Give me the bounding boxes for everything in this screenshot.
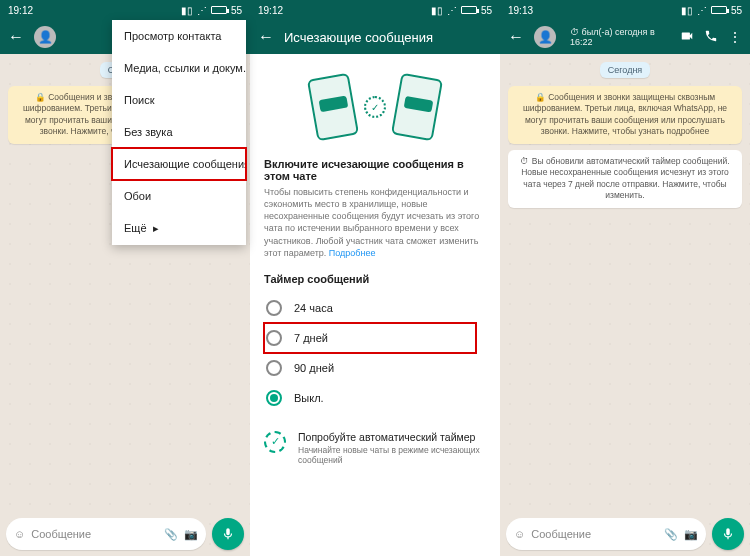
menu-item-more[interactable]: Ещё ▸ <box>112 212 246 245</box>
menu-item-wallpaper[interactable]: Обои <box>112 180 246 212</box>
wifi-icon: ⋰ <box>447 5 457 16</box>
status-time: 19:12 <box>258 5 431 16</box>
radio-label: 24 часа <box>294 302 333 314</box>
status-icons: ▮▯ ⋰ 55 <box>681 5 742 16</box>
battery-text: 55 <box>231 5 242 16</box>
radio-icon <box>266 300 282 316</box>
camera-icon[interactable]: 📷 <box>184 528 198 541</box>
timer-section-header: Таймер сообщений <box>264 273 486 285</box>
screen-chat-with-menu: 19:12 ▮▯ ⋰ 55 ← 👤 Сегодня 🔒 Сообщения и … <box>0 0 250 556</box>
timer-icon: ✓ <box>364 96 386 118</box>
input-bar: ☺ Сообщение 📎 📷 <box>506 518 744 550</box>
mic-button[interactable] <box>712 518 744 550</box>
last-seen: ⏱ был(-а) сегодня в 16:22 <box>570 27 670 47</box>
voice-call-icon[interactable] <box>704 29 718 46</box>
attach-icon[interactable]: 📎 <box>664 528 678 541</box>
input-bar: ☺ Сообщение 📎 📷 <box>6 518 244 550</box>
status-icons: ▮▯ ⋰ 55 <box>181 5 242 16</box>
battery-icon <box>711 6 727 14</box>
date-chip: Сегодня <box>600 62 651 78</box>
message-input[interactable]: ☺ Сообщение 📎 📷 <box>6 518 206 550</box>
attach-icon[interactable]: 📎 <box>164 528 178 541</box>
illustration: ✓ <box>264 72 486 142</box>
try-body: Начинайте новые чаты в режиме исчезающих… <box>298 445 486 465</box>
radio-label: 90 дней <box>294 362 334 374</box>
battery-icon <box>461 6 477 14</box>
phone-left-icon <box>307 73 359 141</box>
signal-icon: ▮▯ <box>681 5 693 16</box>
chat-background: Сегодня 🔒 Сообщения и звонки защищены ск… <box>500 54 750 556</box>
radio-24h[interactable]: 24 часа <box>264 293 486 323</box>
emoji-icon[interactable]: ☺ <box>514 528 525 540</box>
emoji-icon[interactable]: ☺ <box>14 528 25 540</box>
overflow-menu: Просмотр контакта Медиа, ссылки и докум.… <box>112 20 246 245</box>
menu-item-view-contact[interactable]: Просмотр контакта <box>112 20 246 52</box>
signal-icon: ▮▯ <box>181 5 193 16</box>
status-bar: 19:12 ▮▯ ⋰ 55 <box>0 0 250 20</box>
menu-item-media[interactable]: Медиа, ссылки и докум. <box>112 52 246 84</box>
back-icon[interactable]: ← <box>8 28 24 46</box>
app-bar: ← 👤 ⏱ был(-а) сегодня в 16:22 ⋮ <box>500 20 750 54</box>
status-time: 19:13 <box>508 5 681 16</box>
radio-icon <box>266 360 282 376</box>
status-icons: ▮▯ ⋰ 55 <box>431 5 492 16</box>
settings-content: ✓ Включите исчезающие сообщения в этом ч… <box>250 54 500 556</box>
phone-right-icon <box>391 73 443 141</box>
overflow-icon[interactable]: ⋮ <box>728 29 742 45</box>
radio-icon <box>266 390 282 406</box>
avatar[interactable]: 👤 <box>534 26 556 48</box>
screen-disappearing-settings: 19:12 ▮▯ ⋰ 55 ← Исчезающие сообщения ✓ В… <box>250 0 500 556</box>
radio-label: Выкл. <box>294 392 324 404</box>
encryption-notice[interactable]: 🔒 Сообщения и звонки защищены сквозным ш… <box>508 86 742 144</box>
page-title: Исчезающие сообщения <box>284 30 492 45</box>
avatar[interactable]: 👤 <box>34 26 56 48</box>
timer-update-notice[interactable]: ⏱ Вы обновили автоматический таймер сооб… <box>508 150 742 208</box>
menu-item-search[interactable]: Поиск <box>112 84 246 116</box>
camera-icon[interactable]: 📷 <box>684 528 698 541</box>
radio-off[interactable]: Выкл. <box>264 383 486 413</box>
status-bar: 19:13 ▮▯ ⋰ 55 <box>500 0 750 20</box>
radio-label: 7 дней <box>294 332 328 344</box>
menu-item-disappearing[interactable]: Исчезающие сообщения <box>112 148 246 180</box>
settings-body: Чтобы повысить степень конфиденциальност… <box>264 186 486 259</box>
mic-button[interactable] <box>212 518 244 550</box>
battery-text: 55 <box>481 5 492 16</box>
back-icon[interactable]: ← <box>258 28 274 46</box>
signal-icon: ▮▯ <box>431 5 443 16</box>
battery-icon <box>211 6 227 14</box>
try-title: Попробуйте автоматический таймер <box>298 431 486 443</box>
try-auto-timer[interactable]: ✓ Попробуйте автоматический таймер Начин… <box>264 431 486 465</box>
back-icon[interactable]: ← <box>508 28 524 46</box>
learn-more-link[interactable]: Подробнее <box>329 248 376 258</box>
radio-icon <box>266 330 282 346</box>
message-placeholder: Сообщение <box>31 528 158 540</box>
clock-icon: ✓ <box>264 431 286 453</box>
message-placeholder: Сообщение <box>531 528 658 540</box>
mic-icon <box>721 527 735 541</box>
radio-90d[interactable]: 90 дней <box>264 353 486 383</box>
menu-item-mute[interactable]: Без звука <box>112 116 246 148</box>
message-input[interactable]: ☺ Сообщение 📎 📷 <box>506 518 706 550</box>
screen-chat-after: 19:13 ▮▯ ⋰ 55 ← 👤 ⏱ был(-а) сегодня в 16… <box>500 0 750 556</box>
wifi-icon: ⋰ <box>697 5 707 16</box>
battery-text: 55 <box>731 5 742 16</box>
radio-7d[interactable]: 7 дней <box>264 323 476 353</box>
settings-headline: Включите исчезающие сообщения в этом чат… <box>264 158 486 182</box>
status-time: 19:12 <box>8 5 181 16</box>
status-bar: 19:12 ▮▯ ⋰ 55 <box>250 0 500 20</box>
mic-icon <box>221 527 235 541</box>
video-call-icon[interactable] <box>680 29 694 46</box>
wifi-icon: ⋰ <box>197 5 207 16</box>
app-bar: ← Исчезающие сообщения <box>250 20 500 54</box>
